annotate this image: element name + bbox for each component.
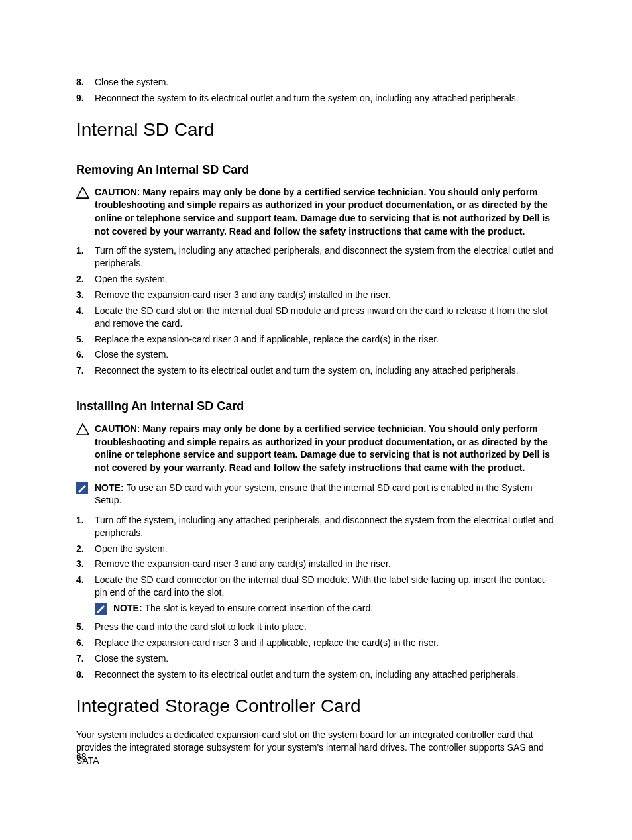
continued-step-list: 8. Close the system. 9. Reconnect the sy…	[76, 76, 559, 105]
caution-label: CAUTION:	[95, 423, 142, 434]
heading-1: Integrated Storage Controller Card	[76, 696, 559, 717]
step-number: 5.	[76, 333, 95, 346]
heading-2: Removing An Internal SD Card	[76, 163, 559, 177]
step-number: 9.	[76, 92, 95, 105]
list-item: 5.Press the card into the card slot to l…	[76, 621, 559, 633]
step-text: Replace the expansion-card riser 3 and i…	[95, 333, 559, 346]
list-item: 2.Open the system.	[76, 273, 559, 286]
step-text: Reconnect the system to its electrical o…	[95, 364, 559, 377]
caution-text: CAUTION: Many repairs may only be done b…	[95, 186, 559, 238]
caution-callout: CAUTION: Many repairs may only be done b…	[76, 423, 559, 474]
step-text: Reconnect the system to its electrical o…	[95, 668, 559, 681]
step-number: 5.	[76, 621, 95, 633]
step-text: Close the system.	[95, 653, 559, 665]
note-label: NOTE:	[113, 603, 144, 613]
step-number: 2.	[76, 273, 95, 286]
caution-callout: CAUTION: Many repairs may only be done b…	[76, 186, 559, 238]
step-text: Reconnect the system to its electrical o…	[95, 92, 559, 105]
installing-step-list-b: 5.Press the card into the card slot to l…	[76, 621, 559, 681]
step-number: 6.	[76, 637, 95, 649]
caution-icon	[76, 186, 95, 238]
list-item: 7.Reconnect the system to its electrical…	[76, 364, 559, 377]
step-text: Locate the SD card connector on the inte…	[95, 574, 559, 599]
list-item: 9. Reconnect the system to its electrica…	[76, 92, 559, 105]
caution-body: Many repairs may only be done by a certi…	[95, 423, 550, 473]
list-item: 6.Replace the expansion-card riser 3 and…	[76, 637, 559, 649]
list-item: 3.Remove the expansion-card riser 3 and …	[76, 558, 559, 570]
caution-text: CAUTION: Many repairs may only be done b…	[95, 423, 559, 474]
note-text: NOTE: The slot is keyed to ensure correc…	[113, 603, 559, 617]
document-page: 8. Close the system. 9. Reconnect the sy…	[0, 0, 632, 840]
step-number: 3.	[76, 289, 95, 301]
step-number: 7.	[76, 364, 95, 377]
note-callout: NOTE: To use an SD card with your system…	[76, 482, 559, 507]
caution-body: Many repairs may only be done by a certi…	[95, 187, 550, 236]
note-label: NOTE:	[95, 482, 126, 493]
list-item: 1.Turn off the system, including any att…	[76, 244, 559, 270]
note-callout: NOTE: The slot is keyed to ensure correc…	[95, 603, 559, 617]
list-item: 8.Reconnect the system to its electrical…	[76, 668, 559, 681]
list-item: 4.Locate the SD card slot on the interna…	[76, 305, 559, 330]
step-text: Remove the expansion-card riser 3 and an…	[95, 558, 559, 570]
page-number: 68	[76, 751, 87, 762]
step-text: Turn off the system, including any attac…	[95, 244, 559, 270]
caution-label: CAUTION:	[95, 187, 142, 197]
list-item: 6.Close the system.	[76, 348, 559, 361]
step-number: 7.	[76, 653, 95, 665]
step-number: 8.	[76, 76, 95, 89]
step-number: 1.	[76, 244, 95, 270]
heading-2: Installing An Internal SD Card	[76, 399, 559, 413]
step-number: 2.	[76, 543, 95, 555]
note-text: NOTE: To use an SD card with your system…	[95, 482, 559, 507]
step-text: Turn off the system, including any attac…	[95, 514, 559, 539]
step-number: 3.	[76, 558, 95, 570]
step-number: 6.	[76, 348, 95, 361]
list-item: 8. Close the system.	[76, 76, 559, 89]
step-text: Open the system.	[95, 273, 559, 286]
step-text: Close the system.	[95, 76, 559, 89]
step-text: Replace the expansion-card riser 3 and i…	[95, 637, 559, 649]
step-text: Close the system.	[95, 348, 559, 361]
heading-1: Internal SD Card	[76, 119, 559, 140]
removing-step-list: 1.Turn off the system, including any att…	[76, 244, 559, 377]
step-text: Remove the expansion-card riser 3 and an…	[95, 289, 559, 301]
step-number: 4.	[76, 305, 95, 330]
caution-icon	[76, 423, 95, 474]
step-number: 8.	[76, 668, 95, 681]
list-item: 5.Replace the expansion-card riser 3 and…	[76, 333, 559, 346]
note-icon	[95, 603, 113, 617]
list-item: 3.Remove the expansion-card riser 3 and …	[76, 289, 559, 301]
note-body: The slot is keyed to ensure correct inse…	[144, 603, 373, 613]
step-text: Locate the SD card slot on the internal …	[95, 305, 559, 330]
list-item: 1.Turn off the system, including any att…	[76, 514, 559, 539]
step-text: Open the system.	[95, 543, 559, 555]
step-number: 1.	[76, 514, 95, 539]
step-text: Press the card into the card slot to loc…	[95, 621, 559, 633]
list-item: 7.Close the system.	[76, 653, 559, 665]
step-number: 4.	[76, 574, 95, 599]
installing-step-list-a: 1.Turn off the system, including any att…	[76, 514, 559, 599]
note-icon	[76, 482, 95, 507]
note-body: To use an SD card with your system, ensu…	[95, 482, 533, 506]
list-item: 2.Open the system.	[76, 543, 559, 555]
body-paragraph: Your system includes a dedicated expansi…	[76, 729, 559, 768]
list-item: 4.Locate the SD card connector on the in…	[76, 574, 559, 599]
